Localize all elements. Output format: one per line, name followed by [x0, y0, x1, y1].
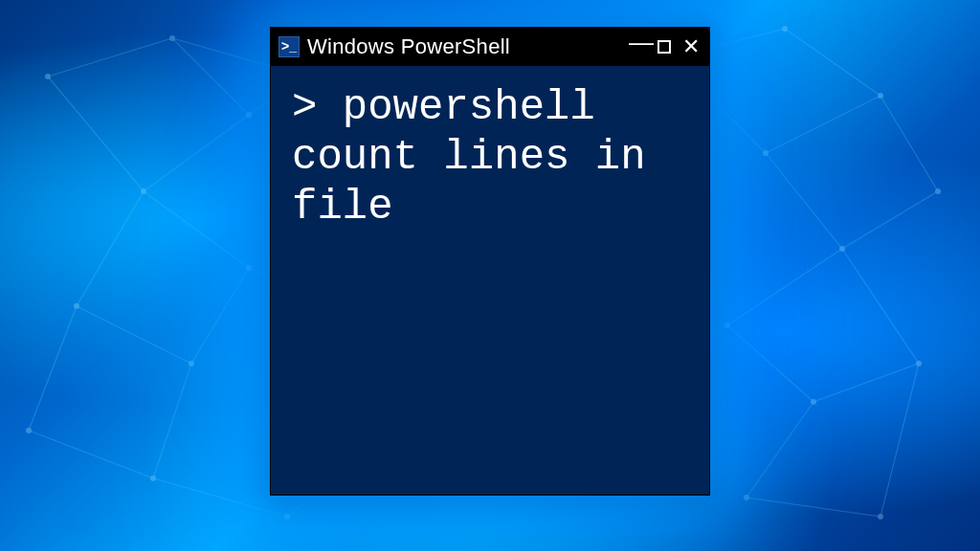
- command-line: > powershell count lines in file: [292, 83, 688, 232]
- minimize-button[interactable]: —: [629, 30, 646, 55]
- command-text: powershell count lines in file: [292, 83, 646, 231]
- prompt-symbol: >: [292, 83, 317, 131]
- terminal-body[interactable]: > powershell count lines in file: [271, 66, 709, 250]
- window-title: Windows PowerShell: [307, 34, 621, 59]
- powershell-icon: >_: [278, 36, 300, 57]
- window-controls: — ✕: [629, 34, 703, 59]
- maximize-button[interactable]: [657, 40, 671, 54]
- powershell-window: >_ Windows PowerShell — ✕ > powershell c…: [270, 27, 710, 496]
- powershell-icon-glyph: >_: [281, 39, 297, 53]
- close-button[interactable]: ✕: [682, 36, 700, 57]
- titlebar[interactable]: >_ Windows PowerShell — ✕: [271, 28, 709, 66]
